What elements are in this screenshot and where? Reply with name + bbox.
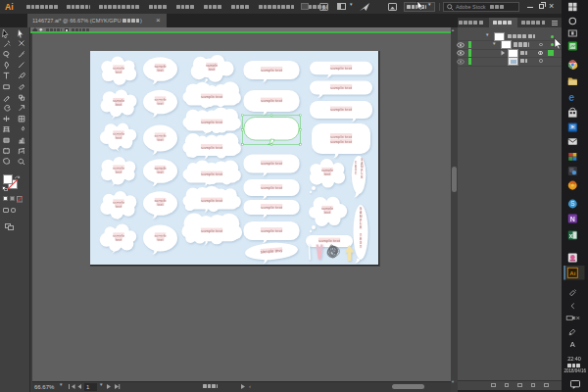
svg-text:text: text — [157, 238, 164, 242]
svg-text:sample text: sample text — [261, 205, 283, 210]
svg-text:text: text — [116, 205, 122, 209]
svg-text:text: text — [157, 69, 164, 73]
svg-text:sample text: sample text — [261, 68, 283, 73]
svg-text:text: text — [324, 172, 331, 176]
svg-text:T: T — [355, 172, 357, 175]
svg-text:sample text: sample text — [261, 161, 283, 166]
svg-text:sample text: sample text — [261, 185, 283, 190]
svg-text:T: T — [360, 245, 362, 249]
svg-text:A: A — [570, 340, 575, 349]
svg-text:text: text — [116, 71, 122, 74]
svg-text:text: text — [116, 136, 122, 140]
svg-text:S: S — [570, 200, 575, 207]
svg-text:N: N — [570, 216, 575, 222]
svg-text:Ai: Ai — [569, 270, 575, 276]
svg-text:text: text — [157, 138, 164, 142]
svg-text:text: text — [116, 171, 122, 174]
svg-text:sample text: sample text — [201, 228, 223, 233]
svg-text:sample text: sample text — [201, 172, 223, 176]
svg-text:E: E — [361, 175, 363, 179]
svg-text:sample text: sample text — [330, 85, 353, 90]
svg-text:sample text: sample text — [330, 107, 353, 112]
svg-text:sample text: sample text — [201, 145, 223, 150]
svg-text:e: e — [568, 91, 574, 103]
svg-text:22:40: 22:40 — [567, 356, 581, 362]
svg-text:sample text: sample text — [318, 238, 341, 243]
svg-text:text: text — [116, 103, 122, 107]
svg-text:text: text — [157, 102, 164, 106]
svg-text:text: text — [157, 203, 164, 207]
svg-text:sample text: sample text — [330, 134, 353, 139]
svg-text:sample text: sample text — [330, 66, 353, 71]
svg-text:sample text: sample text — [330, 139, 353, 144]
svg-text:sample text: sample text — [261, 98, 283, 103]
svg-text:sample text: sample text — [261, 228, 283, 233]
svg-text:sample text: sample text — [201, 94, 223, 99]
svg-text:sample text: sample text — [201, 198, 223, 203]
svg-text:x: x — [569, 232, 573, 239]
svg-text:sample text: sample text — [201, 120, 223, 124]
svg-text:text: text — [209, 68, 216, 72]
svg-text:text: text — [157, 171, 164, 174]
svg-text:text: text — [116, 238, 122, 242]
svg-text:text: text — [324, 211, 331, 215]
